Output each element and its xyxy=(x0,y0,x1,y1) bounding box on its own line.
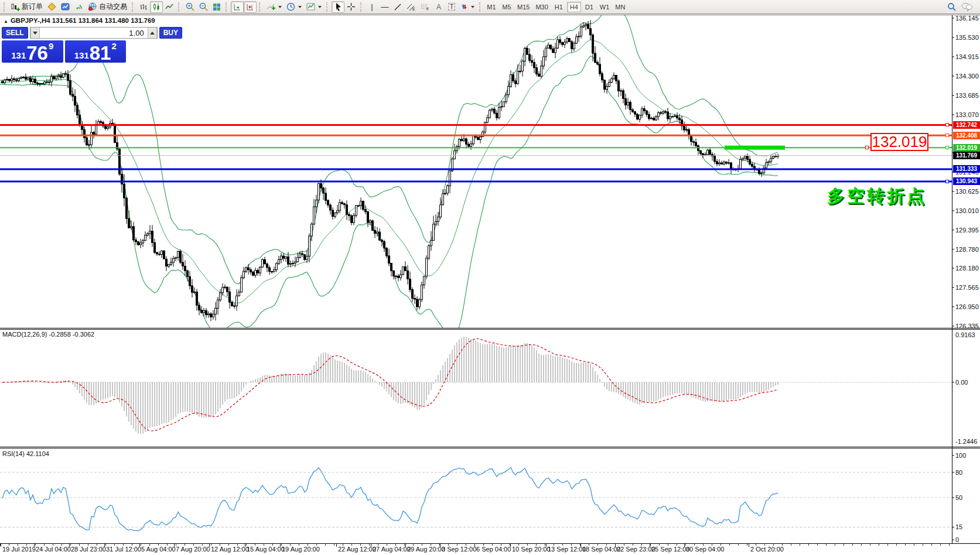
sell-price-panel[interactable]: 131 76 9 xyxy=(2,40,63,63)
vertical-line-button[interactable]: | xyxy=(366,1,378,13)
caret-down-icon xyxy=(33,32,37,35)
search-button[interactable] xyxy=(945,1,959,13)
time-axis-tick xyxy=(474,544,475,547)
time-axis-tick xyxy=(371,544,371,547)
sell-button[interactable]: SELL xyxy=(2,27,28,39)
zoom-out-button[interactable] xyxy=(197,1,210,13)
macd-axis-zero: 0.00 xyxy=(955,379,968,386)
timeframe-m5[interactable]: M5 xyxy=(500,2,514,12)
time-axis-tick xyxy=(139,544,140,547)
search-icon xyxy=(947,2,957,12)
fibonacci-button[interactable]: F xyxy=(418,1,432,13)
timeframe-d1[interactable]: D1 xyxy=(582,2,596,12)
horizontal-line-button[interactable]: — xyxy=(378,1,391,13)
autotrading-label: 自动交易 xyxy=(99,2,127,12)
timeframe-m15[interactable]: M15 xyxy=(515,2,532,12)
sell-price-pip: 9 xyxy=(49,42,53,50)
vertical-line-icon: | xyxy=(371,3,373,11)
time-axis-tick xyxy=(405,544,406,547)
tile-windows-button[interactable] xyxy=(210,1,223,13)
price-line-chip: 130.943 xyxy=(953,177,980,185)
timeframe-mn[interactable]: MN xyxy=(613,2,627,12)
toolbar-grip xyxy=(4,2,6,12)
buy-price-panel[interactable]: 131 81 2 xyxy=(65,40,127,63)
new-order-button[interactable]: 新订单 xyxy=(9,1,45,13)
cursor-button[interactable] xyxy=(332,1,344,13)
toolbar-grip xyxy=(360,2,363,12)
price-tick-label: 129.395 xyxy=(955,227,979,234)
price-tick-label: 126.950 xyxy=(955,303,979,310)
text-label-button[interactable]: T xyxy=(445,1,458,13)
dropdown-caret-icon xyxy=(298,6,302,8)
line-chart-button[interactable] xyxy=(163,1,176,13)
price-tick-label: 136.145 xyxy=(955,15,979,22)
equidistant-channel-button[interactable]: E xyxy=(404,1,418,13)
toolbar-grip xyxy=(479,2,482,12)
time-axis-label: 30 Sep 04:00 xyxy=(686,546,724,553)
volume-decrease-button[interactable] xyxy=(30,28,40,38)
time-axis-tick xyxy=(546,544,547,547)
trendline-icon xyxy=(394,3,402,11)
timeframe-w1[interactable]: W1 xyxy=(597,2,612,12)
template-icon xyxy=(306,2,315,11)
autotrading-button[interactable]: 自动交易 xyxy=(86,1,129,13)
time-axis-tick xyxy=(615,544,616,547)
toolbar-grip xyxy=(132,2,135,12)
time-axis-tick xyxy=(1,544,1,547)
time-axis-label: 5 Aug 04:00 xyxy=(141,546,176,553)
candlestick-chart-button[interactable] xyxy=(150,1,163,13)
price-callout-box[interactable]: 132.019 xyxy=(870,133,928,151)
chart-shift-button[interactable] xyxy=(244,1,257,13)
arrows-icon xyxy=(460,3,468,11)
line-anchor-marker xyxy=(945,180,949,183)
zoom-out-icon xyxy=(199,2,208,11)
line-anchor-marker xyxy=(945,133,949,137)
rsi-axis-label: 50 xyxy=(955,494,962,501)
market-watch-button[interactable] xyxy=(45,1,59,13)
chart-shift-icon xyxy=(246,3,254,11)
mt4-window: 新订单 自动交易 xyxy=(0,0,980,555)
clock-icon xyxy=(286,2,295,11)
price-line-chip: 132.408 xyxy=(953,132,980,139)
timeframe-m1[interactable]: M1 xyxy=(484,2,498,12)
rsi-axis-label: 15 xyxy=(955,523,962,530)
volume-stepper xyxy=(30,27,158,39)
line-anchor-marker xyxy=(945,123,949,126)
metaeditor-button[interactable] xyxy=(59,1,72,13)
price-tick-label: 127.565 xyxy=(955,284,979,291)
volume-input[interactable] xyxy=(40,28,148,38)
trendline-button[interactable] xyxy=(391,1,404,13)
timeframe-h1[interactable]: H1 xyxy=(552,2,566,12)
price-tick-label: 135.530 xyxy=(955,34,979,41)
signals-button[interactable] xyxy=(72,1,86,13)
volume-increase-button[interactable] xyxy=(148,28,157,38)
macd-label: MACD(12,26,9) -0.2858 -0.3062 xyxy=(2,331,94,338)
chat-bubbles-icon xyxy=(961,2,973,11)
chart-canvas[interactable] xyxy=(0,0,980,555)
bar-chart-button[interactable] xyxy=(137,1,150,13)
periods-button[interactable] xyxy=(284,1,304,13)
toolbar-grip xyxy=(326,2,329,12)
indicators-button[interactable] xyxy=(264,1,284,13)
time-axis-label: 2 Oct 20:00 xyxy=(750,546,784,553)
buy-button[interactable]: BUY xyxy=(159,27,182,39)
arrows-button[interactable] xyxy=(458,1,477,13)
text-label-icon: T xyxy=(448,3,456,11)
crosshair-button[interactable] xyxy=(344,1,358,13)
zoom-in-icon xyxy=(186,2,194,11)
horizontal-line-icon: — xyxy=(381,3,389,11)
toolbar: 新订单 自动交易 xyxy=(0,0,980,14)
timeframe-h4[interactable]: H4 xyxy=(567,2,581,12)
svg-text:E: E xyxy=(412,7,415,11)
time-axis-tick xyxy=(209,544,210,547)
time-axis-tick xyxy=(104,544,105,547)
templates-button[interactable] xyxy=(304,1,324,13)
text-button[interactable]: A xyxy=(432,1,445,13)
chat-button[interactable] xyxy=(959,1,975,13)
time-axis-tick xyxy=(34,544,35,547)
zoom-in-button[interactable] xyxy=(183,1,197,13)
auto-scroll-button[interactable] xyxy=(231,1,244,13)
collapse-triangle-icon[interactable]: ▲ xyxy=(4,19,8,24)
chinese-note[interactable]: 多空转折点 xyxy=(827,184,927,208)
timeframe-m30[interactable]: M30 xyxy=(533,2,550,12)
